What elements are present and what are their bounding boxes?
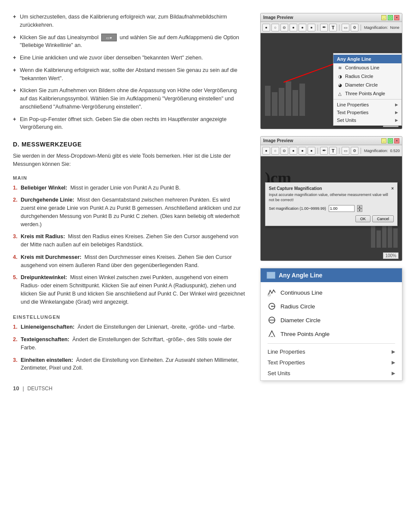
menu-panel-set-units[interactable]: Set Units ▶ (261, 368, 402, 379)
screenshot-top: Image Preview _ □ × ● ○ ⊖ ● ● ● ✒ T ▭ ⚙ (260, 13, 402, 129)
tb-btn-5[interactable]: ● (299, 24, 306, 31)
tb-divider-2 (339, 25, 339, 31)
svg-point-3 (271, 306, 273, 307)
dropdown-text-properties[interactable]: Text Properties ▶ (333, 109, 402, 116)
top-window-title: Image Preview (263, 15, 293, 20)
dropdown-set-units[interactable]: Set Units ▶ (333, 116, 402, 124)
main-numbered-list: 1. Beliebiger Winkel: Misst in gerader L… (13, 184, 246, 306)
mid-tb-div-2 (339, 148, 339, 154)
main-item-1: 1. Beliebiger Winkel: Misst in gerader L… (13, 184, 246, 192)
menu-panel-line-properties[interactable]: Line Properties ▶ (261, 346, 402, 357)
menu-panel-header-text: Any Angle Line (279, 272, 322, 279)
dialog-close-icon[interactable]: × (391, 186, 394, 191)
settings-item-1: 1. Linieneigenschaften: Ändert die Einst… (13, 323, 246, 331)
menu-sep-1 (333, 99, 402, 100)
left-column: Um sicherzustellen, dass die Kalibrierun… (13, 13, 250, 392)
tb-btn-6[interactable]: ● (308, 24, 315, 31)
mid-maximize-button[interactable]: □ (388, 138, 393, 143)
mid-tb-pen-btn[interactable]: ✒ (320, 147, 328, 155)
window-controls-mid: _ □ × (381, 138, 399, 143)
tb-btn-2[interactable]: ○ (271, 24, 279, 31)
tb-divider-3 (361, 25, 361, 31)
minimize-button[interactable]: _ (381, 15, 386, 20)
panel-continuous-line-icon (268, 288, 276, 297)
window-controls-top: _ □ × (381, 15, 399, 20)
menu-panel-three-points-angle[interactable]: Three Points Angle (261, 327, 402, 341)
any-angle-line-header-icon (267, 272, 275, 279)
mid-minimize-button[interactable]: _ (381, 138, 386, 143)
menu-panel-line-props-label: Line Properties (268, 348, 305, 355)
dialog-ok-button[interactable]: OK (355, 215, 371, 222)
tb-settings-btn[interactable]: ⚙ (351, 24, 358, 31)
dialog-input-row: Set magnification (1.00~9999.99) ▲ ▼ (269, 205, 394, 212)
menu-panel-diameter-circle[interactable]: Diameter Circle (261, 313, 402, 327)
large-menu-panel: Any Angle Line Continuous Line (260, 268, 402, 381)
mid-tb-btn-2[interactable]: ○ (271, 147, 279, 155)
dialog-title: Set Capture Magnification × (269, 186, 394, 191)
panel-three-points-angle-label: Three Points Angle (280, 331, 330, 337)
maximize-button[interactable]: □ (388, 15, 393, 20)
menu-panel-text-properties[interactable]: Text Properties ▶ (261, 357, 402, 368)
mid-tb-btn-4[interactable]: ● (290, 147, 297, 155)
section-d-heading: D. MESSWERKZEUGE (13, 141, 246, 148)
spinner-down[interactable]: ▼ (357, 208, 362, 212)
mid-magnification-value: 0.520 (390, 149, 400, 153)
line-props-arrow: ▶ (395, 103, 398, 107)
settings-numbered-list: 1. Linieneigenschaften: Ändert die Einst… (13, 323, 246, 372)
magnification-value: None (390, 25, 400, 30)
screenshot-mid: Image Preview _ □ × ● ○ ⊖ ● ● ● ✒ T ▭ ⚙ (260, 136, 402, 261)
dialog-value-input[interactable] (329, 205, 355, 212)
main-item-2: 2. Durchgehende Linie: Misst den Gesamta… (13, 196, 246, 228)
mid-zoom-label: 100% (383, 252, 399, 259)
text-props-arrow-right: ▶ (392, 360, 395, 365)
panel-three-points-angle-icon (268, 330, 276, 338)
mid-tb-settings-btn[interactable]: ⚙ (351, 147, 358, 155)
tb-rect-btn[interactable]: ▭ (342, 24, 349, 31)
dropdown-radius-circle[interactable]: ◑ Radius Circle (333, 72, 402, 81)
top-toolbar: ● ○ ⊖ ● ● ● ✒ T ▭ ⚙ Magnification: None (261, 22, 402, 33)
mid-tb-text-btn[interactable]: T (329, 147, 337, 155)
set-units-arrow: ▶ (395, 118, 398, 122)
tb-text-btn[interactable]: T (329, 24, 337, 31)
tb-btn-3[interactable]: ⊖ (280, 24, 288, 31)
bullet-4: Wenn die Kalibrierung erfolgreich war, s… (13, 66, 246, 83)
dialog-spinner: ▲ ▼ (357, 205, 362, 212)
tb-pen-btn[interactable]: ✒ (320, 24, 328, 31)
mid-tb-rect-btn[interactable]: ▭ (342, 147, 349, 155)
menu-panel-radius-circle[interactable]: Radius Circle (261, 299, 402, 313)
close-button[interactable]: × (394, 15, 399, 20)
top-dropdown-menu: Any Angle Line ≋ Continuous Line ◑ Radiu… (333, 53, 402, 126)
panel-radius-circle-icon (268, 302, 276, 311)
mid-tb-btn-6[interactable]: ● (308, 147, 315, 155)
three-points-angle-icon: △ (337, 90, 343, 96)
page-number: 10 (13, 385, 19, 392)
bullet-6: Ein Pop-up-Fenster öffnet sich. Geben Si… (13, 115, 246, 132)
menu-panel-text-props-label: Text Properties (268, 359, 305, 366)
panel-diameter-circle-label: Diameter Circle (280, 317, 321, 324)
spinner-up[interactable]: ▲ (357, 205, 362, 208)
mid-tb-btn-1[interactable]: ● (262, 147, 270, 155)
radius-circle-icon: ◑ (337, 73, 343, 79)
tb-btn-4[interactable]: ● (290, 24, 297, 31)
ruler-symbol-icon: ▭▾ (101, 34, 117, 41)
tb-divider-1 (318, 25, 318, 31)
menu-panel-separator (268, 343, 395, 344)
tb-btn-1[interactable]: ● (262, 24, 270, 31)
dropdown-three-points-angle[interactable]: △ Three Points Angle (333, 89, 402, 98)
menu-panel-continuous-line[interactable]: Continuous Line (261, 286, 402, 299)
dropdown-continuous-line[interactable]: ≋ Continuous Line (333, 63, 402, 72)
mid-toolbar: ● ○ ⊖ ● ● ● ✒ T ▭ ⚙ Magnification: 0.520 (261, 145, 402, 156)
menu-panel-header: Any Angle Line (261, 268, 402, 282)
main-item-3: 3. Kreis mit Radius: Misst den Radius ei… (13, 233, 246, 249)
dropdown-line-properties[interactable]: Line Properties ▶ (333, 101, 402, 109)
line-props-arrow-right: ▶ (392, 349, 395, 355)
dialog-input-label: Set magnification (1.00~9999.99) (269, 206, 326, 211)
dialog-cancel-button[interactable]: Cancel (372, 215, 394, 222)
mid-tb-btn-3[interactable]: ⊖ (280, 147, 288, 155)
settings-item-3: 3. Einheiten einstellen: Ändert die Eins… (13, 356, 246, 373)
mid-close-button[interactable]: × (394, 138, 399, 143)
mid-tb-btn-5[interactable]: ● (299, 147, 306, 155)
continuous-line-icon: ≋ (337, 65, 343, 71)
dropdown-diameter-circle[interactable]: ◕ Diameter Circle (333, 81, 402, 89)
menu-panel-items: Continuous Line Radius Circle (261, 282, 402, 380)
